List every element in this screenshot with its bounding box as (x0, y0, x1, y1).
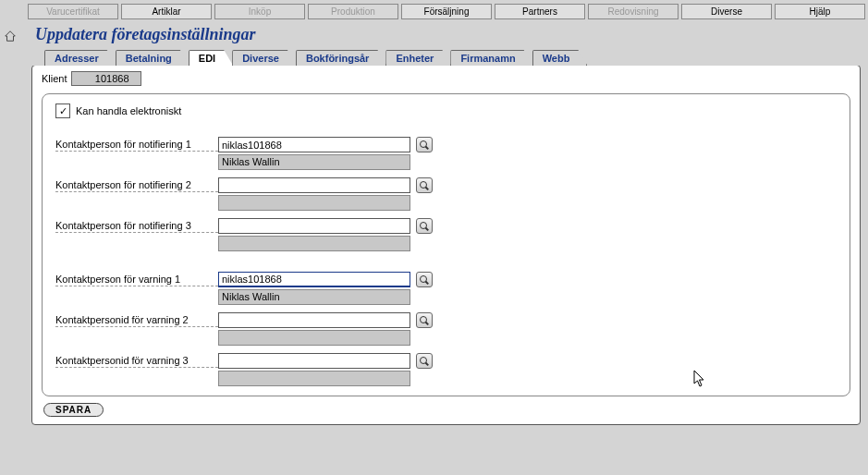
edi-panel: ✓ Kan handla elektroniskt Kontaktperson … (42, 93, 850, 396)
display-notif3 (218, 236, 410, 251)
lookup-warn3[interactable] (416, 353, 433, 369)
label-warn1: Kontaktperson för varning 1 (55, 274, 218, 286)
lookup-notif1[interactable] (416, 137, 433, 152)
search-icon (420, 275, 429, 285)
kan-handla-label: Kan handla elektroniskt (76, 105, 181, 116)
display-warn3 (218, 371, 410, 386)
top-tab-inkop[interactable]: Inköp (214, 4, 305, 19)
lookup-warn2[interactable] (416, 312, 433, 328)
save-button[interactable]: SPARA (43, 403, 104, 417)
row-warn1: Kontaktperson för varning 1 (55, 272, 837, 287)
top-tab-partners[interactable]: Partners (495, 4, 585, 19)
top-tab-forsaljning[interactable]: Försäljning (401, 4, 492, 19)
row-notif2: Kontaktperson för notifiering 2 (55, 177, 837, 193)
tab-firmanamn[interactable]: Firmanamn (450, 50, 532, 66)
tab-adresser[interactable]: Adresser (44, 50, 116, 66)
label-notif3: Kontaktperson för notifiering 3 (55, 220, 218, 233)
input-warn3[interactable] (218, 353, 410, 369)
display-notif1: Niklas Wallin (218, 154, 410, 170)
row-warn3: Kontaktpersonid för varning 3 (55, 353, 837, 369)
klient-row: Klient 101868 (42, 71, 850, 86)
input-warn2[interactable] (218, 312, 410, 328)
lookup-notif3[interactable] (416, 218, 433, 234)
klient-label: Klient (42, 73, 67, 84)
tab-bokforingsar[interactable]: Bokföringsår (296, 50, 386, 66)
row-notif3: Kontaktperson för notifiering 3 (55, 218, 837, 234)
check-row: ✓ Kan handla elektroniskt (55, 104, 837, 118)
display-warn1: Niklas Wallin (218, 289, 410, 305)
search-icon (420, 222, 429, 231)
display-notif2 (218, 195, 410, 211)
top-tab-varucertifikat[interactable]: Varucertifikat (28, 4, 118, 19)
search-icon (420, 140, 429, 150)
kan-handla-checkbox[interactable]: ✓ (55, 104, 70, 118)
lookup-warn1[interactable] (416, 272, 433, 287)
input-notif1[interactable] (218, 137, 410, 152)
top-tab-produktion[interactable]: Produktion (308, 4, 398, 19)
main-panel: Klient 101868 ✓ Kan handla elektroniskt … (31, 65, 861, 425)
input-notif2[interactable] (218, 177, 410, 193)
top-tab-artiklar[interactable]: Artiklar (121, 4, 212, 19)
top-tab-diverse[interactable]: Diverse (681, 4, 772, 19)
klient-value: 101868 (71, 71, 141, 86)
label-warn2: Kontaktpersonid för varning 2 (55, 314, 218, 327)
top-tab-redovisning[interactable]: Redovisning (588, 4, 679, 19)
tab-betalning[interactable]: Betalning (116, 50, 189, 66)
display-warn2 (218, 330, 410, 346)
input-notif3[interactable] (218, 218, 410, 234)
input-warn1[interactable] (218, 272, 410, 287)
lookup-notif2[interactable] (416, 177, 433, 193)
search-icon (420, 357, 429, 366)
sub-tabs: Adresser Betalning EDI Diverse Bokföring… (0, 50, 868, 66)
tab-enheter[interactable]: Enheter (385, 50, 451, 66)
row-notif1: Kontaktperson för notifiering 1 (55, 137, 837, 152)
tab-diverse[interactable]: Diverse (232, 50, 297, 66)
page-title: Uppdatera företagsinställningar (0, 19, 868, 50)
home-icon[interactable] (4, 30, 17, 43)
tab-webb[interactable]: Webb (532, 50, 588, 66)
search-icon (420, 181, 429, 190)
tab-edi[interactable]: EDI (189, 50, 233, 66)
search-icon (420, 316, 429, 325)
label-notif2: Kontaktperson för notifiering 2 (55, 179, 218, 192)
label-warn3: Kontaktpersonid för varning 3 (55, 355, 218, 368)
row-warn2: Kontaktpersonid för varning 2 (55, 312, 837, 328)
top-nav: Varucertifikat Artiklar Inköp Produktion… (0, 0, 868, 19)
top-tab-hjalp[interactable]: Hjälp (775, 4, 865, 19)
label-notif1: Kontaktperson för notifiering 1 (55, 139, 218, 152)
